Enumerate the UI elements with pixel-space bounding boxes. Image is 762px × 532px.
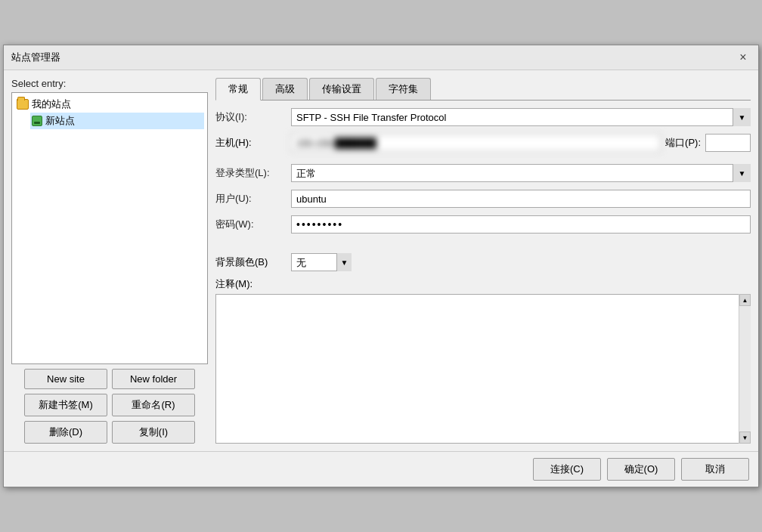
notes-area-wrapper: ▲ ▼ <box>215 294 751 444</box>
close-button[interactable]: × <box>736 50 751 65</box>
logon-type-label: 登录类型(L): <box>215 166 291 180</box>
password-label: 密码(W): <box>215 218 291 231</box>
select-entry-label: Select entry: <box>11 78 208 89</box>
protocol-dropdown-wrapper[interactable]: SFTP - SSH File Transfer Protocol ▼ <box>291 108 751 126</box>
notes-label: 注释(M): <box>215 277 751 291</box>
user-row: 用户(U): <box>215 190 751 208</box>
left-panel: Select entry: 我的站点 新站点 New site New fold… <box>11 78 208 444</box>
scrollbar[interactable]: ▲ ▼ <box>739 294 751 444</box>
connect-button[interactable]: 连接(C) <box>533 458 601 481</box>
tab-charset[interactable]: 字符集 <box>376 78 431 100</box>
scrollbar-down[interactable]: ▼ <box>739 431 751 444</box>
new-bookmark-button[interactable]: 新建书签(M) <box>24 394 107 416</box>
logon-type-dropdown[interactable]: 正常 <box>291 164 751 182</box>
port-label: 端口(P): <box>665 136 701 150</box>
button-row-1: New site New folder <box>11 369 208 389</box>
bg-color-dropdown[interactable]: 无 <box>291 253 352 271</box>
tabs: 常规 高级 传输设置 字符集 <box>215 78 751 101</box>
server-icon <box>32 116 42 126</box>
button-row-3: 删除(D) 复制(I) <box>11 421 208 444</box>
tab-advanced[interactable]: 高级 <box>262 78 308 100</box>
dialog-title: 站点管理器 <box>11 51 60 64</box>
bg-color-label: 背景颜色(B) <box>215 255 291 269</box>
tree-root-item[interactable]: 我的站点 <box>15 96 204 113</box>
protocol-dropdown[interactable]: SFTP - SSH File Transfer Protocol <box>291 108 751 126</box>
host-port-row: 主机(H): 端口(P): <box>215 134 751 152</box>
tree-child-item[interactable]: 新站点 <box>30 113 204 129</box>
scrollbar-up[interactable]: ▲ <box>739 294 751 306</box>
new-site-button[interactable]: New site <box>24 369 107 389</box>
cancel-button[interactable]: 取消 <box>681 458 749 481</box>
duplicate-button[interactable]: 复制(I) <box>112 421 195 444</box>
new-folder-button[interactable]: New folder <box>112 369 195 389</box>
ok-button[interactable]: 确定(O) <box>607 458 675 481</box>
site-manager-dialog: 站点管理器 × Select entry: 我的站点 新站点 <box>3 45 759 487</box>
host-label: 主机(H): <box>215 136 291 150</box>
tab-transfer[interactable]: 传输设置 <box>309 78 374 100</box>
port-input[interactable] <box>705 134 751 152</box>
tree-root-label: 我的站点 <box>32 97 71 111</box>
protocol-label: 协议(I): <box>215 110 291 124</box>
notes-textarea[interactable] <box>215 294 751 444</box>
password-input[interactable] <box>291 215 751 234</box>
bg-color-wrapper[interactable]: 无 ▼ <box>291 253 352 271</box>
user-input[interactable] <box>291 190 751 208</box>
user-label: 用户(U): <box>215 192 291 206</box>
protocol-row: 协议(I): SFTP - SSH File Transfer Protocol… <box>215 108 751 126</box>
tree-child-label: 新站点 <box>45 114 75 128</box>
right-panel: 常规 高级 传输设置 字符集 协议(I): SFTP - SSH File Tr… <box>215 78 751 444</box>
bg-color-row: 背景颜色(B) 无 ▼ <box>215 253 751 271</box>
logon-type-row: 登录类型(L): 正常 ▼ <box>215 164 751 182</box>
host-input[interactable] <box>291 134 661 152</box>
bottom-bar: 连接(C) 确定(O) 取消 <box>4 451 758 487</box>
form-area: 协议(I): SFTP - SSH File Transfer Protocol… <box>215 108 751 444</box>
title-bar: 站点管理器 × <box>4 45 758 70</box>
rename-button[interactable]: 重命名(R) <box>112 394 195 416</box>
button-row-2: 新建书签(M) 重命名(R) <box>11 394 208 416</box>
tree-view[interactable]: 我的站点 新站点 <box>11 92 208 364</box>
dialog-body: Select entry: 我的站点 新站点 New site New fold… <box>4 70 758 451</box>
password-row: 密码(W): <box>215 215 751 234</box>
logon-type-dropdown-wrapper[interactable]: 正常 ▼ <box>291 164 751 182</box>
delete-button[interactable]: 删除(D) <box>24 421 107 444</box>
tab-general[interactable]: 常规 <box>215 78 261 101</box>
tree-children: 新站点 <box>30 113 204 129</box>
folder-icon <box>17 99 29 110</box>
